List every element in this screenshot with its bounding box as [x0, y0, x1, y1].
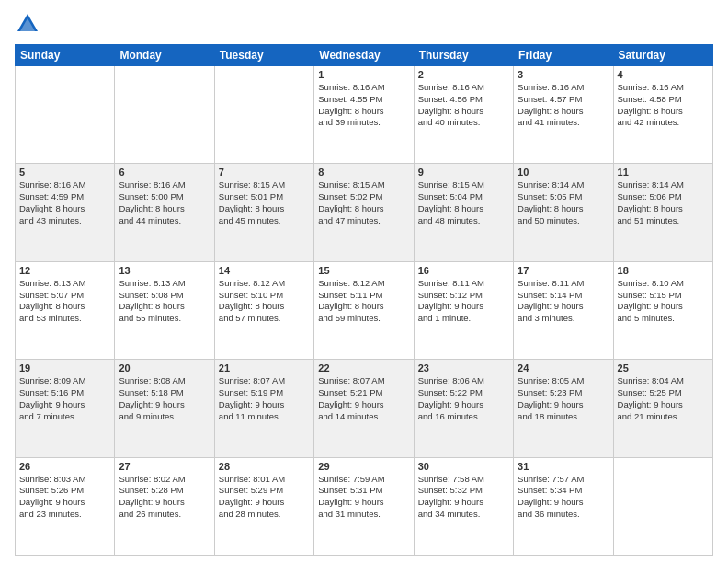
day-info: Sunset: 5:16 PM	[19, 387, 110, 399]
logo	[15, 11, 42, 37]
day-number: 21	[219, 362, 310, 373]
day-info: Sunset: 4:56 PM	[418, 94, 509, 106]
day-info: and 9 minutes.	[119, 411, 210, 423]
calendar-cell: 14Sunrise: 8:12 AMSunset: 5:10 PMDayligh…	[214, 261, 313, 359]
col-header-monday: Monday	[115, 45, 214, 66]
day-info: Sunset: 5:31 PM	[318, 485, 409, 497]
day-info: Daylight: 9 hours	[119, 399, 210, 411]
calendar-header-row: SundayMondayTuesdayWednesdayThursdayFrid…	[16, 45, 713, 66]
col-header-friday: Friday	[514, 45, 613, 66]
day-info: Sunset: 5:21 PM	[318, 387, 409, 399]
day-info: Sunset: 5:25 PM	[618, 387, 709, 399]
day-info: Sunrise: 8:11 AM	[418, 278, 509, 290]
day-info: Sunset: 5:14 PM	[518, 290, 609, 302]
page: SundayMondayTuesdayWednesdayThursdayFrid…	[0, 0, 728, 563]
col-header-wednesday: Wednesday	[314, 45, 414, 66]
calendar-cell: 26Sunrise: 8:03 AMSunset: 5:26 PMDayligh…	[16, 457, 115, 555]
day-number: 14	[219, 265, 310, 276]
day-info: Sunset: 4:59 PM	[19, 191, 110, 203]
day-info: and 39 minutes.	[318, 117, 409, 129]
day-number: 10	[518, 167, 609, 178]
calendar-cell: 9Sunrise: 8:15 AMSunset: 5:04 PMDaylight…	[414, 164, 513, 261]
day-number: 25	[618, 362, 709, 373]
day-info: Daylight: 8 hours	[318, 301, 409, 313]
day-info: Daylight: 9 hours	[618, 399, 709, 411]
day-info: Sunrise: 8:01 AM	[219, 474, 310, 486]
day-info: Sunrise: 8:16 AM	[318, 82, 409, 94]
day-info: Sunrise: 7:59 AM	[318, 474, 409, 486]
day-info: Sunrise: 8:12 AM	[318, 278, 409, 290]
day-info: and 48 minutes.	[418, 215, 509, 227]
day-info: Sunset: 4:55 PM	[318, 94, 409, 106]
day-number: 22	[318, 362, 409, 373]
calendar-cell: 12Sunrise: 8:13 AMSunset: 5:07 PMDayligh…	[16, 261, 115, 359]
day-number: 18	[618, 265, 709, 276]
day-info: and 42 minutes.	[618, 117, 709, 129]
day-info: Daylight: 9 hours	[119, 497, 210, 509]
day-number: 3	[518, 69, 609, 80]
day-info: Daylight: 8 hours	[219, 301, 310, 313]
day-info: Sunset: 5:11 PM	[318, 290, 409, 302]
day-number: 6	[119, 167, 210, 178]
day-number: 16	[418, 265, 509, 276]
day-info: Daylight: 8 hours	[618, 203, 709, 215]
calendar-cell: 20Sunrise: 8:08 AMSunset: 5:18 PMDayligh…	[115, 360, 214, 457]
calendar-cell: 19Sunrise: 8:09 AMSunset: 5:16 PMDayligh…	[16, 360, 115, 457]
day-info: and 57 minutes.	[219, 313, 310, 325]
day-info: Sunset: 5:28 PM	[119, 485, 210, 497]
calendar-cell: 28Sunrise: 8:01 AMSunset: 5:29 PMDayligh…	[214, 457, 313, 555]
calendar-cell: 3Sunrise: 8:16 AMSunset: 4:57 PMDaylight…	[514, 66, 613, 164]
day-info: Sunset: 5:05 PM	[518, 191, 609, 203]
day-info: Sunrise: 8:16 AM	[618, 82, 709, 94]
day-info: Sunset: 5:23 PM	[518, 387, 609, 399]
col-header-thursday: Thursday	[414, 45, 513, 66]
day-info: Sunrise: 8:07 AM	[219, 375, 310, 387]
day-number: 29	[318, 461, 409, 472]
day-info: Sunset: 4:57 PM	[518, 94, 609, 106]
calendar-cell	[16, 66, 115, 164]
day-info: Sunrise: 8:09 AM	[19, 375, 110, 387]
day-info: and 1 minute.	[418, 313, 509, 325]
day-info: Sunrise: 8:02 AM	[119, 474, 210, 486]
day-info: and 41 minutes.	[518, 117, 609, 129]
calendar-cell: 1Sunrise: 8:16 AMSunset: 4:55 PMDaylight…	[314, 66, 414, 164]
day-info: and 11 minutes.	[219, 411, 310, 423]
day-number: 17	[518, 265, 609, 276]
day-info: Sunrise: 8:16 AM	[19, 179, 110, 191]
day-number: 23	[418, 362, 509, 373]
day-info: Daylight: 9 hours	[19, 399, 110, 411]
day-info: Daylight: 9 hours	[418, 399, 509, 411]
day-info: Daylight: 8 hours	[19, 301, 110, 313]
calendar-cell: 25Sunrise: 8:04 AMSunset: 5:25 PMDayligh…	[613, 360, 712, 457]
day-info: Sunrise: 8:15 AM	[219, 179, 310, 191]
day-info: Sunrise: 8:04 AM	[618, 375, 709, 387]
calendar-cell: 27Sunrise: 8:02 AMSunset: 5:28 PMDayligh…	[115, 457, 214, 555]
day-number: 24	[518, 362, 609, 373]
header	[15, 11, 713, 37]
day-info: Sunset: 5:04 PM	[418, 191, 509, 203]
day-number: 28	[219, 461, 310, 472]
day-info: and 47 minutes.	[318, 215, 409, 227]
day-info: Sunset: 5:19 PM	[219, 387, 310, 399]
day-info: Daylight: 9 hours	[318, 497, 409, 509]
calendar-cell: 10Sunrise: 8:14 AMSunset: 5:05 PMDayligh…	[514, 164, 613, 261]
day-info: Daylight: 8 hours	[318, 203, 409, 215]
calendar-cell: 13Sunrise: 8:13 AMSunset: 5:08 PMDayligh…	[115, 261, 214, 359]
calendar-week-row: 1Sunrise: 8:16 AMSunset: 4:55 PMDaylight…	[16, 66, 713, 164]
day-info: Daylight: 8 hours	[518, 106, 609, 118]
day-info: Sunrise: 8:08 AM	[119, 375, 210, 387]
day-info: Daylight: 8 hours	[119, 301, 210, 313]
day-info: Sunrise: 8:03 AM	[19, 474, 110, 486]
col-header-saturday: Saturday	[613, 45, 712, 66]
day-info: Daylight: 8 hours	[119, 203, 210, 215]
day-info: Sunrise: 8:07 AM	[318, 375, 409, 387]
calendar-cell	[115, 66, 214, 164]
day-info: Daylight: 9 hours	[518, 497, 609, 509]
day-info: Daylight: 8 hours	[19, 203, 110, 215]
day-info: Sunset: 5:32 PM	[418, 485, 509, 497]
calendar-cell: 8Sunrise: 8:15 AMSunset: 5:02 PMDaylight…	[314, 164, 414, 261]
calendar-cell: 30Sunrise: 7:58 AMSunset: 5:32 PMDayligh…	[414, 457, 513, 555]
day-info: Sunrise: 8:12 AM	[219, 278, 310, 290]
calendar-cell: 31Sunrise: 7:57 AMSunset: 5:34 PMDayligh…	[514, 457, 613, 555]
day-info: and 36 minutes.	[518, 509, 609, 521]
